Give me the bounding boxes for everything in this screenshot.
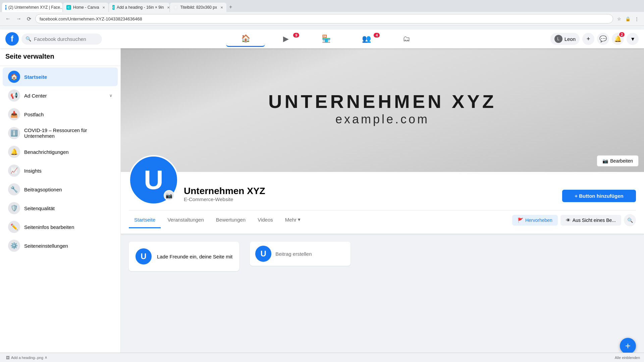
sidebar-item-beitragsoptionen[interactable]: 🔧 Beitragsoptionen xyxy=(3,180,118,199)
tab-favicon-0: f xyxy=(5,5,6,10)
browser-tab-2[interactable]: C Add a heading - 16in × 9in ✕ xyxy=(109,3,169,12)
sidebar-label-insights: Insights xyxy=(24,168,112,174)
sidebar-label-postfach: Postfach xyxy=(24,112,112,117)
sidebar-item-seiteninfos[interactable]: ✏️ Seiteninfos bearbeiten xyxy=(3,218,118,236)
sidebar-label-seitenqualitaet: Seitenqualität xyxy=(24,205,112,211)
sidebar-item-seiteneinstellungen[interactable]: ⚙️ Seiteneinstellungen xyxy=(3,236,118,255)
sidebar-item-benachrichtigungen[interactable]: 🔔 Benachrichtigungen xyxy=(3,142,118,161)
groups-badge: 4 xyxy=(374,33,380,38)
navbar: f 🔍 🏠 ▶ 9 🏪 👥 4 🗂 L Leon + xyxy=(0,29,644,48)
search-input[interactable] xyxy=(34,36,98,42)
refresh-button[interactable]: ⟳ xyxy=(25,14,33,23)
invite-card: U Lade Freunde ein, deine Seite mit xyxy=(129,242,239,271)
sidebar-item-startseite[interactable]: 🏠 Startseite xyxy=(3,67,118,86)
flag-icon: 🚩 xyxy=(518,218,523,223)
tab-mehr[interactable]: Mehr ▾ xyxy=(280,212,306,228)
sidebar-label-beitragsoptionen: Beitragsoptionen xyxy=(24,187,112,192)
extension-icon[interactable]: 🔒 xyxy=(625,15,631,22)
new-tab-button[interactable]: + xyxy=(227,4,234,10)
invite-text: Lade Freunde ein, deine Seite mit xyxy=(157,254,232,259)
taskbar-item-label: Add a heading-.png xyxy=(11,356,43,359)
messenger-button[interactable]: 💬 xyxy=(597,33,609,45)
fab-plus-icon: + xyxy=(625,341,631,351)
sidebar-label-seiteneinstellungen: Seiteneinstellungen xyxy=(24,243,112,249)
sidebar-item-covid[interactable]: ℹ️ COVID-19 – Ressourcen für Unternehmen xyxy=(3,124,118,142)
sidebar-label-benachrichtigungen: Benachrichtigungen xyxy=(24,149,112,155)
pages-icon: 🗂 xyxy=(403,35,410,43)
account-menu-button[interactable]: ▾ xyxy=(627,33,639,45)
home-icon: 🏠 xyxy=(241,34,250,43)
camera-icon-small: 📷 xyxy=(166,192,172,199)
main-content: UNTERNEHMEN XYZ example.com 📷 Bearbeiten… xyxy=(121,45,644,358)
tab-close-1[interactable]: ✕ xyxy=(102,6,105,9)
cover-edit-button[interactable]: 📷 Bearbeiten xyxy=(597,155,639,167)
sidebar-item-seitenqualitaet[interactable]: 🛡️ Seitenqualität xyxy=(3,199,118,218)
sidebar-icon-ad-center: 📢 xyxy=(8,89,20,102)
tab-bewertungen[interactable]: Bewertungen xyxy=(211,212,251,228)
create-post-avatar: U xyxy=(255,246,271,262)
nav-marketplace[interactable]: 🏪 xyxy=(307,31,345,47)
search-bar[interactable]: 🔍 xyxy=(21,34,102,45)
notifications-button[interactable]: 🔔 2 xyxy=(612,33,624,45)
profile-tabs: Startseite Veranstaltungen Bewertungen V… xyxy=(129,210,636,228)
sidebar-label-covid: COVID-19 – Ressourcen für Unternehmen xyxy=(24,127,112,139)
profile-category: E-Commerce-Website xyxy=(184,196,557,202)
add-button-cta[interactable]: + Button hinzufügen xyxy=(562,190,636,202)
sidebar-icon-beitragsoptionen: 🔧 xyxy=(8,183,20,195)
hervorheben-button[interactable]: 🚩 Hervorheben xyxy=(512,215,558,226)
menu-icon[interactable]: ⋮ xyxy=(633,15,640,22)
profile-name-block: Unternehmen XYZ E-Commerce-Website xyxy=(184,186,557,205)
create-button[interactable]: + xyxy=(582,33,594,45)
taskbar-item[interactable]: 🖼 Add a heading-.png ∧ xyxy=(4,355,49,358)
create-post-area[interactable]: U Beitrag erstellen xyxy=(250,242,351,266)
nav-pages[interactable]: 🗂 xyxy=(387,31,426,47)
forward-button[interactable]: → xyxy=(15,14,23,23)
back-button[interactable]: ← xyxy=(4,14,12,23)
tab-search-button[interactable]: 🔍 xyxy=(624,214,636,226)
browser-tabs: f (2) Unternehmen XYZ | Face... ✕C Home … xyxy=(0,0,644,12)
tab-startseite[interactable]: Startseite xyxy=(129,212,161,228)
sidebar-item-insights[interactable]: 📈 Insights xyxy=(3,161,118,180)
tab-favicon-3: F xyxy=(173,5,178,10)
url-bar[interactable] xyxy=(35,14,613,23)
avatar-letter: U xyxy=(144,165,163,195)
tab-label-1: Home - Canva xyxy=(73,5,99,10)
notifications-badge: 2 xyxy=(619,32,625,37)
sidebar-item-postfach[interactable]: 📥 Postfach xyxy=(3,105,118,124)
sidebar-icon-benachrichtigungen: 🔔 xyxy=(8,146,20,158)
tab-close-2[interactable]: ✕ xyxy=(167,6,169,9)
fab-button[interactable]: + xyxy=(620,338,636,354)
facebook-logo[interactable]: f xyxy=(5,32,19,46)
eye-icon: 👁 xyxy=(566,218,571,223)
user-menu-button[interactable]: L Leon xyxy=(550,33,580,45)
browser-tab-3[interactable]: F Titelbild: 820x360 px ✕ xyxy=(170,3,226,12)
browser-tab-0[interactable]: f (2) Unternehmen XYZ | Face... ✕ xyxy=(2,3,62,12)
nav-watch[interactable]: ▶ 9 xyxy=(266,31,305,47)
tab-close-3[interactable]: ✕ xyxy=(220,6,223,9)
hervorheben-label: Hervorheben xyxy=(525,218,552,223)
nav-home[interactable]: 🏠 xyxy=(226,31,265,47)
taskbar-preview: 🖼 Add a heading-.png ∧ Alle einblenden xyxy=(0,353,644,358)
watch-badge: 9 xyxy=(293,33,299,38)
browser-tab-1[interactable]: C Home - Canva ✕ xyxy=(63,3,108,12)
cover-website: example.com xyxy=(268,112,496,126)
bookmark-icon[interactable]: ☆ xyxy=(616,15,623,22)
tab-videos[interactable]: Videos xyxy=(252,212,278,228)
nav-groups[interactable]: 👥 4 xyxy=(347,31,386,47)
taskbar-file-icon: 🖼 xyxy=(6,356,10,359)
marketplace-icon: 🏪 xyxy=(322,35,331,43)
tab-favicon-2: C xyxy=(112,5,115,10)
user-name: Leon xyxy=(565,36,576,42)
tab-favicon-1: C xyxy=(66,5,71,10)
expand-taskbar-button[interactable]: Alle einblenden xyxy=(615,356,640,359)
avatar-camera-button[interactable]: 📷 xyxy=(164,190,174,201)
sidebar-items: 🏠 Startseite 📢 Ad Center ∨ 📥 Postfach ℹ️… xyxy=(0,67,120,255)
sidebar-label-ad-center: Ad Center xyxy=(24,93,105,99)
sidebar-icon-startseite: 🏠 xyxy=(8,71,20,83)
tab-veranstaltungen[interactable]: Veranstaltungen xyxy=(162,212,209,228)
profile-info: U 📷 Unternehmen XYZ E-Commerce-Website +… xyxy=(129,172,636,210)
plus-icon: + xyxy=(587,36,590,43)
cover-photo: UNTERNEHMEN XYZ example.com 📷 Bearbeiten xyxy=(121,45,644,172)
aus-sicht-button[interactable]: 👁 Aus Sicht eines Be... xyxy=(560,215,621,226)
sidebar-item-ad-center[interactable]: 📢 Ad Center ∨ xyxy=(3,86,118,105)
